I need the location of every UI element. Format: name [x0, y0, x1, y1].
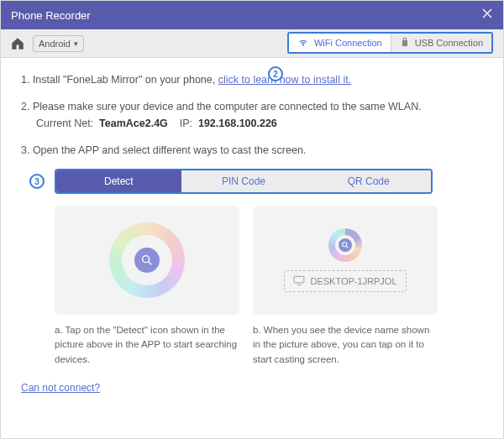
ip-label: IP: [180, 118, 192, 129]
install-link[interactable]: click to learn how to install it. [218, 74, 351, 86]
window-title: Phone Recorder [11, 9, 91, 22]
close-icon[interactable] [481, 8, 493, 23]
step-marker-2: 2 [268, 66, 283, 81]
step-3: 3. Open the APP and select different way… [21, 142, 483, 159]
cast-tabs-wrap: 3 Detect PIN Code QR Code [55, 169, 483, 194]
app-window: Phone Recorder Android ▾ WiFi Connection [0, 0, 504, 439]
chevron-down-icon: ▾ [74, 39, 78, 48]
home-icon[interactable] [9, 35, 26, 52]
illustration-panels: DESKTOP-1JRPJOL [55, 206, 483, 315]
tab-qr-code[interactable]: QR Code [306, 170, 431, 192]
toolbar: Android ▾ WiFi Connection USB Connection [1, 29, 503, 58]
cannot-connect-link[interactable]: Can not connect? [21, 382, 100, 394]
step-2: 2. Please make sure your device and the … [21, 98, 483, 132]
wifi-connection-button[interactable]: WiFi Connection [289, 34, 391, 52]
wifi-label: WiFi Connection [314, 38, 382, 48]
svg-point-0 [143, 256, 150, 263]
panel-device: DESKTOP-1JRPJOL [253, 206, 438, 315]
net-label: Current Net: [36, 118, 93, 129]
search-icon [134, 248, 160, 273]
tab-detect[interactable]: Detect [56, 170, 181, 192]
svg-rect-2 [295, 276, 305, 283]
os-selector[interactable]: Android ▾ [33, 35, 84, 52]
wifi-icon [297, 36, 309, 50]
captions: a. Tap on the "Detect" icon shown in the… [55, 323, 483, 367]
cast-tabs: Detect PIN Code QR Code [55, 169, 433, 194]
network-info: Current Net: TeamAce2.4G IP: 192.168.100… [21, 115, 483, 132]
monitor-icon [293, 275, 305, 287]
device-name: DESKTOP-1JRPJOL [310, 276, 396, 286]
tab-pin-code[interactable]: PIN Code [181, 170, 307, 192]
svg-point-1 [343, 243, 347, 247]
device-entry: DESKTOP-1JRPJOL [284, 270, 406, 292]
title-bar: Phone Recorder [1, 1, 503, 29]
os-label: Android [39, 39, 71, 49]
caption-b: b. When you see the device name shown in… [253, 323, 438, 367]
step-1: 1. Install "FoneLab Mirror" on your phon… [21, 71, 483, 88]
caption-a: a. Tap on the "Detect" icon shown in the… [55, 323, 239, 367]
step-2-text: 2. Please make sure your device and the … [21, 98, 483, 115]
net-value: TeamAce2.4G [99, 118, 168, 129]
ip-value: 192.168.100.226 [198, 118, 277, 129]
usb-connection-button[interactable]: USB Connection [391, 34, 491, 52]
step-1-text: 1. Install "FoneLab Mirror" on your phon… [21, 74, 218, 86]
content-area: 1. Install "FoneLab Mirror" on your phon… [1, 58, 503, 438]
step-marker-3: 3 [29, 174, 45, 189]
search-small-icon [339, 238, 352, 252]
connection-toggle: WiFi Connection USB Connection [287, 32, 493, 54]
panel-detect [55, 206, 239, 315]
usb-label: USB Connection [415, 38, 483, 48]
usb-icon [400, 37, 410, 49]
